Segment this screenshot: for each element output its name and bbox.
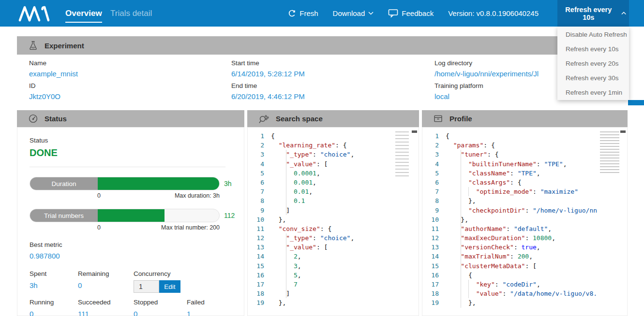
code-text: 0.0001, <box>271 169 320 178</box>
code-text: { <box>446 271 472 280</box>
code-text: "_value": [ <box>271 159 328 169</box>
code-text: }, <box>446 298 476 307</box>
refresh-icon <box>288 9 296 17</box>
code-line: 17 "key": "codeDir", <box>422 280 627 289</box>
line-number: 5 <box>248 169 271 178</box>
code-text: "versionCheck": true, <box>446 243 540 252</box>
code-line: 6 "classArgs": { <box>422 178 627 187</box>
field-value: 6/14/2019, 5:28:12 PM <box>231 70 305 78</box>
progress-bar-min: 0 <box>97 224 101 231</box>
field-log-directory: Log directory /home/v-liguo/nni/experime… <box>434 59 539 78</box>
code-line: 8 }, <box>422 196 627 205</box>
version-label: Version: v0.8.0.1906040245 <box>448 9 539 17</box>
status-label: Status <box>30 137 244 144</box>
feedback-label: Feedback <box>402 9 434 17</box>
refresh-menu-item[interactable]: Refresh every 30s <box>557 71 629 85</box>
experiment-section-title: Experiment <box>45 42 84 50</box>
stat-failed: Failed 1 <box>187 299 205 316</box>
search-space-code-editor[interactable]: 1{2 "learning_rate": {3 "_type": "choice… <box>248 128 419 316</box>
progress-bar-max: Max trial number: 200 <box>161 224 220 231</box>
code-text: ] <box>271 206 290 215</box>
line-number: 13 <box>422 243 446 252</box>
line-number: 5 <box>422 169 446 178</box>
code-text: 0.01, <box>271 187 313 196</box>
nni-overview-page: Overview Trials detail Fresh Download <box>0 0 644 316</box>
feedback-link[interactable]: Feedback <box>388 9 434 18</box>
refresh-menu-item[interactable]: Refresh every 20s <box>557 56 629 71</box>
code-line: 5 "className": "TPE", <box>422 169 627 178</box>
field-value: /home/v-liguo/nni/experiments/Jl <box>434 70 539 78</box>
line-number: 9 <box>422 206 446 215</box>
stat-value: 0 <box>30 310 54 316</box>
stat-label: Remaining <box>78 270 109 277</box>
refresh-menu-item[interactable]: Refresh every 10s <box>557 42 629 56</box>
refresh-menu-item[interactable]: Disable Auto Refresh <box>557 27 629 42</box>
code-line: 5 0.0001, <box>248 169 419 178</box>
code-text: "_type": "choice", <box>271 150 354 159</box>
editor-scrollbar-thumb[interactable] <box>412 130 417 133</box>
line-number: 13 <box>248 243 271 252</box>
stat-value: 0 <box>134 310 158 316</box>
code-line: 9 ] <box>248 206 419 215</box>
profile-panel-header: Profile <box>422 110 628 127</box>
progress-bar-label: Duration <box>30 177 98 190</box>
code-line: 4 "builtinTunerName": "TPE", <box>422 159 627 169</box>
progress-bar-scale: 0Max duration: 3h <box>97 192 220 199</box>
nni-logo <box>17 5 53 22</box>
code-line: 18 "value": "/data/home/v-liguo/v8. <box>422 289 627 298</box>
code-line: 10 }, <box>248 215 419 224</box>
refresh-interval-button[interactable]: Refresh every 10s <box>557 0 629 27</box>
code-line: 12 "_type": "choice", <box>248 233 419 243</box>
profile-panel: 1{2 "params": {3 "tuner": {4 "builtinTun… <box>422 127 628 316</box>
progress-bar-value: 112 <box>224 212 235 219</box>
code-text: "params": { <box>446 141 495 150</box>
code-line: 19 }, <box>422 298 627 307</box>
concurrency-input[interactable]: 1 <box>134 280 159 293</box>
progress-bar-fill <box>98 177 219 190</box>
tab-overview[interactable]: Overview <box>65 0 102 27</box>
code-text: "maxExecDuration": 10800, <box>446 233 555 243</box>
stat-stopped: Stopped 0 <box>134 299 158 316</box>
stat-concurrency: Concurrency 1 Edit <box>134 270 180 293</box>
status-panel: Status DONE Duration3h0Max duration: 3hT… <box>17 127 244 316</box>
progress-bar-label: Trial numbers <box>30 209 98 222</box>
refresh-menu-item[interactable]: Refresh every 1min <box>557 85 629 100</box>
editor-minimap <box>600 131 619 174</box>
line-number: 4 <box>248 159 271 169</box>
search-space-icon <box>258 114 270 124</box>
fresh-button[interactable]: Fresh <box>288 9 318 17</box>
code-text: { <box>271 131 275 141</box>
gauge-icon <box>28 114 38 124</box>
edit-button[interactable]: Edit <box>159 280 180 293</box>
line-number: 12 <box>248 233 271 243</box>
stat-label: Failed <box>187 299 205 306</box>
editor-scrollbar-thumb[interactable] <box>620 130 626 133</box>
chevron-down-icon <box>368 12 374 15</box>
search-space-panel-title: Search space <box>276 115 323 123</box>
code-line: 3 "_type": "choice", <box>248 150 419 159</box>
stat-value: 3h <box>30 281 46 289</box>
tab-trials-detail[interactable]: Trials detail <box>110 0 152 27</box>
code-text: "_value": [ <box>271 243 328 252</box>
best-metric-label: Best metric <box>30 241 244 248</box>
code-line: 16 { <box>422 271 627 280</box>
code-text: }, <box>271 298 286 307</box>
experiment-info: Name example_mnist ID Jktz0Y0O Start tim… <box>17 55 628 110</box>
top-nav: Overview Trials detail Fresh Download <box>0 0 644 27</box>
profile-code-editor[interactable]: 1{2 "params": {3 "tuner": {4 "builtinTun… <box>422 128 627 316</box>
download-menu[interactable]: Download <box>333 9 374 17</box>
line-number: 2 <box>422 141 446 150</box>
line-number: 16 <box>422 271 446 280</box>
code-text: ] <box>271 289 290 298</box>
line-number: 7 <box>422 187 446 196</box>
line-number: 1 <box>422 131 446 141</box>
code-line: 2 "learning_rate": { <box>248 141 419 150</box>
line-number: 3 <box>422 150 446 159</box>
download-label: Download <box>333 9 365 17</box>
line-number: 14 <box>422 252 446 261</box>
nav-actions: Fresh Download Feedback Version: v0.8.0.… <box>288 0 539 27</box>
field-label: End time <box>231 82 305 89</box>
search-space-panel-header: Search space <box>247 110 419 127</box>
code-line: 7 0.01, <box>248 187 419 196</box>
progress-bar: Duration3h <box>30 177 244 190</box>
